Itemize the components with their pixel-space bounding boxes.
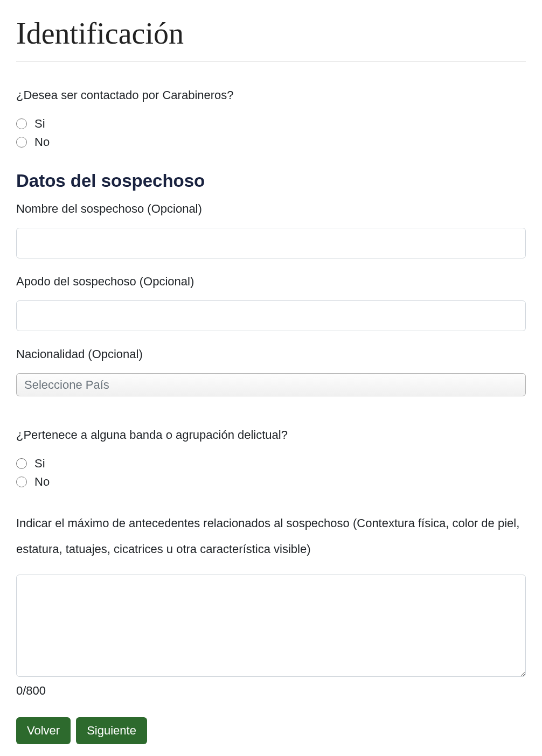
gang-radio-no[interactable]	[16, 477, 27, 487]
contact-radio-yes[interactable]	[16, 118, 27, 129]
suspect-nickname-label: Apodo del sospechoso (Opcional)	[16, 275, 526, 289]
details-textarea[interactable]	[16, 575, 526, 677]
details-label: Indicar el máximo de antecedentes relaci…	[16, 510, 526, 563]
next-button[interactable]: Siguiente	[76, 717, 147, 744]
page-title: Identificación	[16, 16, 526, 51]
contact-label-yes[interactable]: Si	[34, 117, 45, 131]
back-button[interactable]: Volver	[16, 717, 71, 744]
suspect-name-label: Nombre del sospechoso (Opcional)	[16, 202, 526, 216]
gang-radio-group: Si No	[16, 457, 526, 489]
gang-question-label: ¿Pertenece a alguna banda o agrupación d…	[16, 423, 526, 447]
gang-radio-yes[interactable]	[16, 458, 27, 469]
gang-label-no[interactable]: No	[34, 475, 50, 489]
contact-radio-no[interactable]	[16, 137, 27, 148]
contact-question-label: ¿Desea ser contactado por Carabineros?	[16, 83, 526, 107]
gang-label-yes[interactable]: Si	[34, 457, 45, 471]
contact-radio-group: Si No	[16, 117, 526, 149]
title-divider	[16, 61, 526, 62]
char-counter: 0/800	[16, 684, 526, 698]
contact-label-no[interactable]: No	[34, 135, 50, 149]
suspect-section-heading: Datos del sospechoso	[16, 171, 526, 191]
button-row: Volver Siguiente	[16, 717, 526, 744]
nationality-label: Nacionalidad (Opcional)	[16, 347, 526, 361]
suspect-name-input[interactable]	[16, 228, 526, 258]
nationality-select-wrapper: Seleccione País	[16, 373, 526, 396]
nationality-select[interactable]: Seleccione País	[16, 373, 526, 396]
suspect-nickname-input[interactable]	[16, 300, 526, 331]
